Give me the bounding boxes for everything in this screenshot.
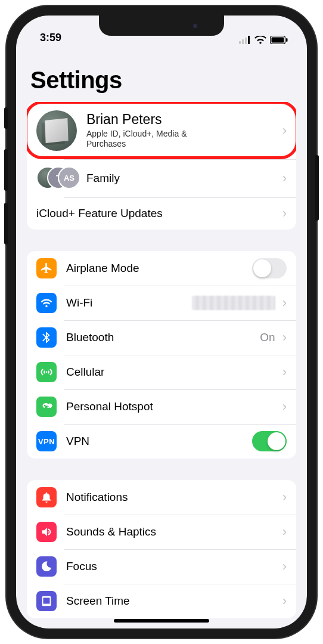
row-focus[interactable]: Focus › [27, 549, 296, 584]
row-hotspot[interactable]: Personal Hotspot › [27, 389, 296, 424]
chevron-icon: › [282, 399, 287, 414]
vpn-toggle[interactable] [252, 431, 287, 451]
battery-icon [270, 36, 288, 44]
row-family[interactable]: T AS Family › [27, 159, 296, 197]
icloud-updates-label: iCloud+ Feature Updates [36, 207, 280, 220]
airplane-toggle[interactable] [252, 258, 287, 278]
bluetooth-icon [36, 327, 57, 348]
family-label: Family [86, 172, 280, 185]
svg-rect-1 [242, 39, 244, 44]
vpn-icon: VPN [36, 431, 57, 451]
family-avatars: T AS [36, 166, 78, 190]
chevron-icon: › [282, 123, 287, 138]
screen: 3:59 Settings Brian Peters Apple ID, iCl… [16, 16, 307, 628]
network-group: Airplane Mode Wi-Fi › Bluetooth On › [27, 251, 296, 459]
row-airplane[interactable]: Airplane Mode [27, 251, 296, 286]
row-icloud-updates[interactable]: iCloud+ Feature Updates › [27, 197, 296, 230]
wifi-value-redacted [192, 296, 275, 310]
row-sounds[interactable]: Sounds & Haptics › [27, 515, 296, 549]
svg-rect-3 [248, 36, 250, 44]
home-indicator[interactable] [114, 619, 209, 623]
svg-rect-2 [245, 38, 247, 44]
focus-icon [36, 556, 57, 577]
chevron-icon: › [282, 206, 287, 221]
chevron-icon: › [282, 171, 287, 186]
row-notifications[interactable]: Notifications › [27, 480, 296, 515]
phone-frame: 3:59 Settings Brian Peters Apple ID, iCl… [7, 6, 316, 638]
chevron-icon: › [282, 559, 287, 574]
sounds-icon [36, 522, 57, 542]
wifi-icon [36, 293, 57, 313]
general-group: Notifications › Sounds & Haptics › Focus… [27, 480, 296, 618]
status-time: 3:59 [40, 32, 61, 44]
status-indicators [239, 36, 288, 44]
svg-rect-5 [272, 38, 284, 43]
svg-rect-0 [239, 41, 241, 44]
svg-rect-6 [286, 38, 288, 42]
profile-name: Brian Peters [86, 112, 280, 127]
row-vpn[interactable]: VPN VPN [27, 424, 296, 459]
notch [99, 16, 224, 36]
cellular-icon [36, 362, 57, 382]
row-apple-id[interactable]: Brian Peters Apple ID, iCloud+, Media & … [27, 102, 296, 159]
screen-time-icon [36, 591, 57, 611]
profile-group: Brian Peters Apple ID, iCloud+, Media & … [27, 102, 296, 230]
profile-subtitle: Apple ID, iCloud+, Media & Purchases [86, 129, 218, 150]
avatar [36, 110, 77, 151]
row-wifi[interactable]: Wi-Fi › [27, 286, 296, 320]
airplane-icon [36, 258, 57, 278]
row-screen-time[interactable]: Screen Time › [27, 584, 296, 618]
row-cellular[interactable]: Cellular › [27, 355, 296, 389]
page-title: Settings [16, 45, 307, 102]
chevron-icon: › [282, 524, 287, 540]
chevron-icon: › [282, 364, 287, 380]
cellular-icon [239, 36, 251, 44]
chevron-icon: › [282, 490, 287, 505]
chevron-icon: › [282, 295, 287, 311]
notifications-icon [36, 487, 57, 507]
chevron-icon: › [282, 593, 287, 609]
wifi-icon [254, 36, 266, 44]
hotspot-icon [36, 397, 57, 417]
chevron-icon: › [282, 330, 287, 345]
row-bluetooth[interactable]: Bluetooth On › [27, 320, 296, 355]
bluetooth-value: On [260, 331, 275, 344]
